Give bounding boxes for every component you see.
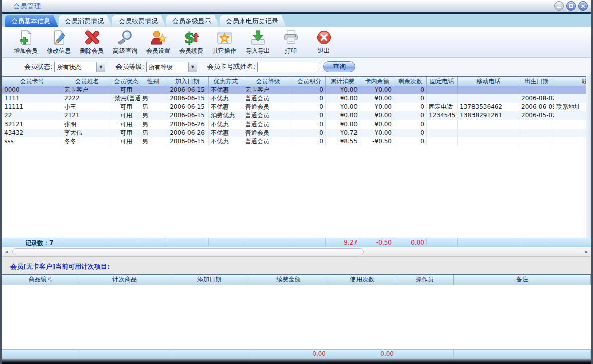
column-header[interactable]: 会员状态 xyxy=(112,77,140,86)
table-cell: 2006-06-15 xyxy=(166,137,209,146)
table-cell: 普通会员 xyxy=(243,129,293,137)
table-cell: 不优惠 xyxy=(209,137,243,146)
horizontal-scrollbar[interactable]: ◄ ► xyxy=(2,247,591,257)
scrollbar-thumb[interactable] xyxy=(12,248,364,255)
member-status-value: 所有状态 xyxy=(55,62,96,72)
summary-cell xyxy=(243,238,293,247)
toolbar-button-label: 退出 xyxy=(318,47,330,55)
table-cell: 0 xyxy=(394,137,427,146)
column-header[interactable]: 备注 xyxy=(454,275,591,285)
column-header[interactable]: 剩余次数 xyxy=(394,77,427,86)
tab-4[interactable]: 会员多级显示 xyxy=(166,15,219,27)
column-header[interactable]: 操作员 xyxy=(396,275,454,285)
detail-table: 商品编号计次商品添加日期续费金额使用次数操作员备注 xyxy=(2,274,591,285)
vertical-scrollbar[interactable] xyxy=(586,76,591,238)
table-row[interactable]: 32121张明可用男2006-06-26不优惠普通会员0¥0.00¥0.000 xyxy=(2,120,586,129)
table-cell: 普通会员 xyxy=(243,94,293,103)
table-cell: 普通会员 xyxy=(243,120,293,129)
column-header[interactable]: 性别 xyxy=(140,77,166,86)
column-header[interactable]: 移动电话 xyxy=(458,77,519,86)
chevron-down-icon[interactable]: ▼ xyxy=(96,62,105,72)
column-header[interactable]: 会员姓名 xyxy=(62,77,112,86)
member-renew-button[interactable]: $会员续费 xyxy=(175,28,208,56)
column-header[interactable]: 会员积分 xyxy=(293,77,326,86)
column-header[interactable]: 累计消费 xyxy=(326,77,360,86)
delete-member-button[interactable]: 删除会员 xyxy=(75,28,108,56)
toolbar-button-label: 修改信息 xyxy=(47,47,71,55)
table-cell: 0 xyxy=(293,94,326,103)
column-header[interactable]: 优惠方式 xyxy=(209,77,243,86)
column-header[interactable]: 续费金额 xyxy=(249,275,328,285)
add-member-button[interactable]: 增加会员 xyxy=(9,28,42,56)
query-button[interactable]: 查询 xyxy=(323,61,355,72)
close-button[interactable]: × xyxy=(578,1,588,11)
other-operations-button[interactable]: 其它操作 xyxy=(208,28,241,56)
minimize-button[interactable] xyxy=(554,1,564,11)
table-cell: 小王 xyxy=(62,103,112,111)
column-header[interactable]: 联系地址 xyxy=(554,77,586,86)
table-row[interactable]: 11112222禁用(普通会员)男2006-06-15不优惠普通会员0¥0.00… xyxy=(2,94,586,103)
summary-cell xyxy=(79,350,170,358)
table-row[interactable]: 11111小王可用男2006-06-15不优惠普通会员0¥0.00¥0.000固… xyxy=(2,103,586,111)
table-cell: 不优惠 xyxy=(209,129,243,137)
summary-cell xyxy=(396,350,454,358)
table-cell: 13783536462 xyxy=(458,103,519,111)
delete-member-icon xyxy=(84,29,100,46)
toolbar-button-label: 会员续费 xyxy=(179,47,203,55)
header-row: 会员卡号会员姓名会员状态性别加入日期优惠方式会员等级会员积分累计消费卡内余额剩余… xyxy=(2,76,586,86)
column-header[interactable]: 固定电话 xyxy=(427,77,458,86)
table-cell: 普通会员 xyxy=(243,137,293,146)
member-settings-button[interactable]: 会员设置 xyxy=(142,28,175,56)
column-header[interactable]: 计次商品 xyxy=(79,275,170,285)
table-cell: 张明 xyxy=(62,120,112,129)
column-header[interactable]: 出生日期 xyxy=(519,77,554,86)
table-cell: 消费优惠 xyxy=(209,111,243,120)
member-level-select[interactable]: 所有等级 ▼ xyxy=(146,62,197,72)
table-cell: 2006-06-15 xyxy=(166,86,209,94)
tab-3[interactable]: 会员续费情况 xyxy=(112,15,166,27)
member-status-select[interactable]: 所有状态 ▼ xyxy=(54,62,105,72)
table-cell: 2121 xyxy=(62,111,112,120)
tab-1-active[interactable]: 会员基本信息 xyxy=(5,15,58,27)
other-operations-icon xyxy=(216,29,233,46)
table-cell xyxy=(519,86,554,94)
table-cell xyxy=(458,137,519,146)
app-window: 会员管理 × 会员基本信息会员消费情况会员续费情况会员多级显示会员来电历史记录 … xyxy=(0,0,593,364)
print-button[interactable]: 打印 xyxy=(274,28,307,56)
table-cell: ¥0.00 xyxy=(326,86,360,94)
advanced-search-button[interactable]: 高级查询 xyxy=(108,28,142,56)
scroll-right-icon[interactable]: ► xyxy=(583,247,591,256)
edit-info-button[interactable]: 修改信息 xyxy=(42,28,75,56)
chevron-down-icon[interactable]: ▼ xyxy=(188,62,197,72)
table-cell: 男 xyxy=(140,103,166,111)
maximize-button[interactable] xyxy=(566,1,576,11)
summary-cell xyxy=(62,238,112,247)
import-export-button[interactable]: 导入导出 xyxy=(241,28,274,56)
search-input[interactable] xyxy=(257,62,318,72)
table-row[interactable]: 43432李大伟可用男2006-06-26不优惠普通会员0¥0.72¥0.000 xyxy=(2,129,586,137)
exit-button[interactable]: 退出 xyxy=(307,28,340,56)
table-cell: ¥0.00 xyxy=(326,120,360,129)
column-header[interactable]: 添加日期 xyxy=(170,275,249,285)
table-cell: 0 xyxy=(394,129,427,137)
table-row[interactable]: sss冬冬可用男2006-06-15不优惠普通会员0¥8.55-¥0.500 xyxy=(2,137,586,146)
column-header[interactable]: 卡内余额 xyxy=(360,77,394,86)
toolbar-button-label: 导入导出 xyxy=(246,47,270,55)
column-header[interactable]: 商品编号 xyxy=(2,275,79,285)
column-header[interactable]: 加入日期 xyxy=(166,77,209,86)
column-header[interactable]: 会员等级 xyxy=(243,77,293,86)
table-row-selected[interactable]: 0000无卡客户可用2006-06-15不优惠无卡客户0¥0.00¥0.000 xyxy=(2,86,586,94)
summary-cell xyxy=(170,350,249,358)
toolbar-button-label: 删除会员 xyxy=(80,47,104,55)
column-header[interactable]: 会员卡号 xyxy=(2,77,62,86)
table-cell: 无卡客户 xyxy=(62,86,112,94)
close-icon: × xyxy=(580,3,586,9)
column-header[interactable]: 使用次数 xyxy=(328,275,396,285)
table-cell: 2006-05-02 xyxy=(519,111,554,120)
table-cell xyxy=(427,137,458,146)
tab-2[interactable]: 会员消费情况 xyxy=(59,15,112,27)
scroll-left-icon[interactable]: ◄ xyxy=(2,247,10,256)
table-row[interactable]: 222121可用男2006-06-15消费优惠普通会员0¥0.00¥0.0001… xyxy=(2,111,586,120)
table-cell: 0 xyxy=(394,103,427,111)
tab-5[interactable]: 会员来电历史记录 xyxy=(220,15,286,27)
